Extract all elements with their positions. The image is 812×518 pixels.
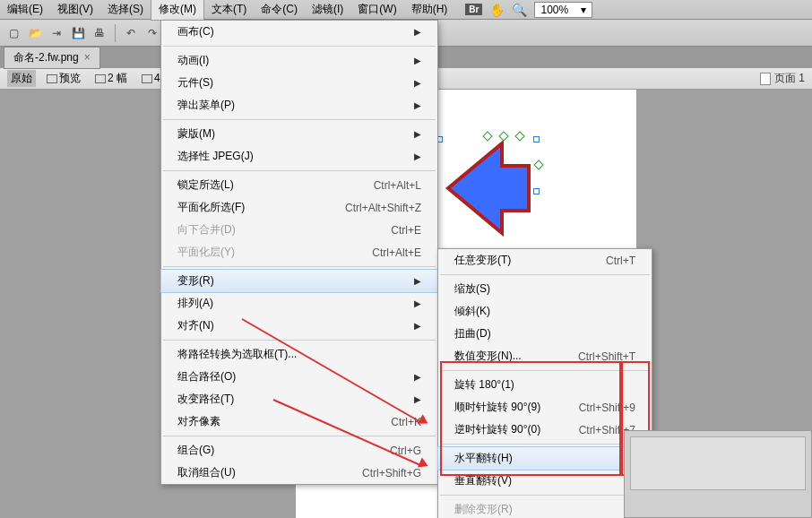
zoom-select[interactable]: 100% ▾ xyxy=(534,2,592,18)
menu-item[interactable]: 扭曲(D) xyxy=(438,323,652,345)
submenu-arrow-icon: ▶ xyxy=(414,151,421,161)
new-icon[interactable]: ▢ xyxy=(5,25,22,41)
menu-item-label: 元件(S) xyxy=(177,75,213,91)
menu-item[interactable]: 对齐像素Ctrl+K xyxy=(161,410,437,433)
menu-modify[interactable]: 修改(M) xyxy=(151,0,204,21)
menu-item[interactable]: 变形(R)▶ xyxy=(160,269,438,293)
submenu-arrow-icon: ▶ xyxy=(414,27,421,37)
menu-shortcut: Ctrl+K xyxy=(391,416,421,428)
selection-handle[interactable] xyxy=(533,188,540,194)
svg-marker-0 xyxy=(448,143,529,233)
menu-window[interactable]: 窗口(W) xyxy=(350,0,403,20)
menu-item: 平面化层(Y)Ctrl+Alt+E xyxy=(161,241,437,263)
menu-item[interactable]: 动画(I)▶ xyxy=(161,49,437,72)
menu-item-label: 变形(R) xyxy=(177,273,214,289)
menu-item[interactable]: 画布(C)▶ xyxy=(161,21,437,43)
menu-shortcut: Ctrl+Shift+G xyxy=(362,467,421,479)
menu-item[interactable]: 组合路径(O)▶ xyxy=(161,366,437,388)
menu-item[interactable]: 选择性 JPEG(J)▶ xyxy=(161,145,437,168)
menu-item-label: 排列(A) xyxy=(177,296,213,311)
print-icon[interactable]: 🖶 xyxy=(91,25,108,41)
menu-item-label: 对齐(N) xyxy=(177,318,214,333)
submenu-arrow-icon: ▶ xyxy=(414,276,421,286)
selection-handle[interactable] xyxy=(533,136,540,142)
menu-item-label: 组合(G) xyxy=(177,443,214,458)
page-label-text: 页面 1 xyxy=(774,71,805,86)
bridge-icon[interactable]: Br xyxy=(465,4,482,15)
magnifier-icon[interactable]: 🔍 xyxy=(512,3,527,17)
page-indicator[interactable]: 页面 1 xyxy=(760,71,805,86)
submenu-arrow-icon: ▶ xyxy=(414,298,421,308)
undo-icon[interactable]: ↶ xyxy=(123,25,139,41)
menu-item[interactable]: 组合(G)Ctrl+G xyxy=(161,439,437,462)
view-mode-preview[interactable]: 预览 xyxy=(43,70,84,87)
menu-item[interactable]: 弹出菜单(P)▶ xyxy=(161,94,437,117)
chevron-down-icon: ▾ xyxy=(581,4,586,16)
open-icon[interactable]: 📂 xyxy=(27,25,43,41)
panel-dock xyxy=(624,430,812,518)
view-mode-2up[interactable]: 2 幅 xyxy=(91,70,131,87)
menu-shortcut: Ctrl+Alt+E xyxy=(372,246,421,259)
submenu-arrow-icon: ▶ xyxy=(414,100,421,110)
zoom-value: 100% xyxy=(540,4,568,16)
submenu-arrow-icon: ▶ xyxy=(414,372,421,382)
menu-item-label: 倾斜(K) xyxy=(454,304,490,319)
menu-item-label: 组合路径(O) xyxy=(177,369,236,384)
menu-item[interactable]: 倾斜(K) xyxy=(438,300,652,323)
menu-item-label: 平面化层(Y) xyxy=(177,245,235,260)
submenu-arrow-icon: ▶ xyxy=(414,56,421,65)
selected-arrow-shape[interactable] xyxy=(439,130,538,246)
menu-item[interactable]: 元件(S)▶ xyxy=(161,72,437,94)
menu-item-label: 缩放(S) xyxy=(454,281,490,297)
menu-item[interactable]: 任意变形(T)Ctrl+T xyxy=(438,249,652,272)
menu-select[interactable]: 选择(S) xyxy=(100,0,151,20)
menu-shortcut: Ctrl+Alt+Shift+Z xyxy=(345,202,421,214)
hand-icon[interactable]: ✋ xyxy=(489,3,505,17)
menu-item-label: 向下合并(D) xyxy=(177,222,236,237)
submenu-arrow-icon: ▶ xyxy=(414,394,421,404)
menu-item-label: 选择性 JPEG(J) xyxy=(177,149,254,164)
view-mode-original[interactable]: 原始 xyxy=(7,70,36,87)
menu-item[interactable]: 蒙版(M)▶ xyxy=(161,123,437,145)
menu-item-label: 任意变形(T) xyxy=(454,253,511,268)
menu-item-label: 将路径转换为选取框(T)... xyxy=(177,347,297,362)
menu-shortcut: Ctrl+T xyxy=(606,255,635,267)
menu-edit[interactable]: 编辑(E) xyxy=(0,0,50,20)
menu-item-label: 弹出菜单(P) xyxy=(177,98,235,113)
menu-item[interactable]: 排列(A)▶ xyxy=(161,292,437,315)
menu-item-label: 删除变形(R) xyxy=(454,502,513,517)
menu-item[interactable]: 缩放(S) xyxy=(438,278,652,300)
close-icon[interactable]: × xyxy=(84,51,91,64)
menu-item-label: 画布(C) xyxy=(177,24,214,39)
save-icon[interactable]: 💾 xyxy=(70,25,86,41)
menu-shortcut: Ctrl+E xyxy=(391,224,421,237)
menu-item-label: 动画(I) xyxy=(177,53,209,68)
menubar: 编辑(E) 视图(V) 选择(S) 修改(M) 文本(T) 命令(C) 滤镜(I… xyxy=(0,0,812,20)
menu-command[interactable]: 命令(C) xyxy=(254,0,305,20)
menu-item-label: 蒙版(M) xyxy=(177,126,215,142)
menu-text[interactable]: 文本(T) xyxy=(204,0,254,20)
submenu-arrow-icon: ▶ xyxy=(414,321,421,331)
panel-thumbnail[interactable] xyxy=(630,436,806,490)
redo-icon[interactable]: ↷ xyxy=(144,25,160,41)
annotation-box xyxy=(440,361,621,476)
tab-label: 命名-2.fw.png xyxy=(13,50,79,65)
submenu-arrow-icon: ▶ xyxy=(414,129,421,139)
menu-filter[interactable]: 滤镜(I) xyxy=(305,0,350,20)
menu-item[interactable]: 将路径转换为选取框(T)... xyxy=(161,343,437,366)
menu-item: 向下合并(D)Ctrl+E xyxy=(161,219,437,241)
menu-item-label: 取消组合(U) xyxy=(177,465,236,480)
document-tab[interactable]: 命名-2.fw.png × xyxy=(4,47,100,69)
menu-item-label: 改变路径(T) xyxy=(177,392,234,407)
menu-item[interactable]: 平面化所选(F)Ctrl+Alt+Shift+Z xyxy=(161,196,437,219)
menu-item: 删除变形(R) xyxy=(438,498,652,518)
menu-item-label: 扭曲(D) xyxy=(454,326,491,341)
menu-item[interactable]: 锁定所选(L)Ctrl+Alt+L xyxy=(161,174,437,196)
menu-item[interactable]: 对齐(N)▶ xyxy=(161,315,437,337)
menu-item-label: 对齐像素 xyxy=(177,414,220,429)
menu-view[interactable]: 视图(V) xyxy=(50,0,100,20)
submenu-arrow-icon: ▶ xyxy=(414,78,421,88)
menu-item[interactable]: 取消组合(U)Ctrl+Shift+G xyxy=(161,462,437,484)
import-icon[interactable]: ⇥ xyxy=(48,25,65,41)
menu-help[interactable]: 帮助(H) xyxy=(404,0,455,20)
